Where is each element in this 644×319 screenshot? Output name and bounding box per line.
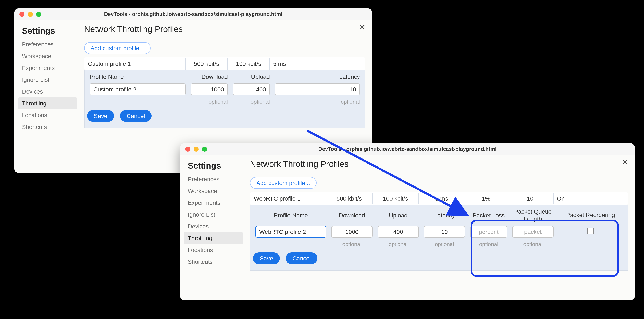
sidebar-item-experiments[interactable]: Experiments xyxy=(184,197,243,209)
download-input[interactable] xyxy=(191,83,228,95)
optional-label: optional xyxy=(375,239,421,249)
save-button[interactable]: Save xyxy=(87,110,114,122)
latency-input[interactable] xyxy=(275,83,360,95)
download-input[interactable] xyxy=(331,226,372,237)
col-header-download: Download xyxy=(329,205,375,224)
window-zoom-icon[interactable] xyxy=(202,146,207,151)
col-header-latency: Latency xyxy=(421,205,468,224)
profile-packetloss-cell: 1% xyxy=(465,192,507,205)
optional-label: optional xyxy=(421,239,468,249)
window-minimize-icon[interactable] xyxy=(28,12,33,17)
profile-row[interactable]: Custom profile 1 500 kbit/s 100 kbit/s 5… xyxy=(84,58,365,70)
window-minimize-icon[interactable] xyxy=(194,146,199,151)
col-header-download: Download xyxy=(188,70,230,82)
col-header-upload: Upload xyxy=(375,205,421,224)
add-custom-profile-button[interactable]: Add custom profile... xyxy=(84,42,150,54)
settings-sidebar: Settings Preferences Workspace Experimen… xyxy=(180,155,243,300)
packet-reorder-checkbox[interactable] xyxy=(587,228,594,234)
close-icon[interactable]: ✕ xyxy=(359,24,365,31)
profile-latency-cell: 5 ms xyxy=(418,192,465,205)
upload-input[interactable] xyxy=(378,226,419,237)
col-header-latency: Latency xyxy=(272,70,362,82)
sidebar-item-preferences[interactable]: Preferences xyxy=(18,38,78,50)
sidebar-item-workspace[interactable]: Workspace xyxy=(184,185,243,197)
window-close-icon[interactable] xyxy=(19,12,24,17)
save-button[interactable]: Save xyxy=(253,252,280,264)
sidebar-item-locations[interactable]: Locations xyxy=(18,109,78,121)
sidebar-heading: Settings xyxy=(184,159,243,173)
profile-upload-cell: 100 kbit/s xyxy=(372,192,418,205)
close-icon[interactable]: ✕ xyxy=(622,158,628,166)
sidebar-item-experiments[interactable]: Experiments xyxy=(18,62,78,74)
optional-label: optional xyxy=(510,239,556,249)
sidebar-heading: Settings xyxy=(18,25,78,38)
profile-latency-cell: 5 ms xyxy=(270,58,365,70)
profile-upload-cell: 100 kbit/s xyxy=(228,58,270,70)
profile-name-input[interactable] xyxy=(256,226,326,237)
window-title: DevTools - orphis.github.io/webrtc-sandb… xyxy=(180,146,635,152)
packet-queue-input[interactable] xyxy=(512,226,554,237)
sidebar-item-throttling[interactable]: Throttling xyxy=(18,97,78,109)
profile-download-cell: 500 kbit/s xyxy=(326,192,372,205)
add-custom-profile-button[interactable]: Add custom profile... xyxy=(250,177,316,189)
window-title: DevTools - orphis.github.io/webrtc-sandb… xyxy=(14,11,372,17)
cancel-button[interactable]: Cancel xyxy=(286,252,318,264)
profile-queue-cell: 10 xyxy=(507,192,553,205)
sidebar-item-throttling[interactable]: Throttling xyxy=(184,232,243,244)
upload-input[interactable] xyxy=(233,83,270,95)
col-header-profile-name: Profile Name xyxy=(253,205,329,224)
window-close-icon[interactable] xyxy=(185,146,190,151)
sidebar-item-ignore-list[interactable]: Ignore List xyxy=(18,74,78,86)
cancel-button[interactable]: Cancel xyxy=(120,110,152,122)
optional-label: optional xyxy=(329,239,375,249)
sidebar-item-devices[interactable]: Devices xyxy=(184,220,243,232)
optional-label: optional xyxy=(188,97,230,107)
sidebar-item-shortcuts[interactable]: Shortcuts xyxy=(184,256,243,268)
sidebar-item-shortcuts[interactable]: Shortcuts xyxy=(18,121,78,133)
page-title: Network Throttling Profiles xyxy=(84,25,350,37)
col-header-packet-loss: Packet Loss xyxy=(468,205,510,224)
sidebar-item-ignore-list[interactable]: Ignore List xyxy=(184,209,243,220)
page-title: Network Throttling Profiles xyxy=(250,159,613,172)
sidebar-item-locations[interactable]: Locations xyxy=(184,244,243,256)
sidebar-item-workspace[interactable]: Workspace xyxy=(18,50,78,62)
optional-label: optional xyxy=(468,239,510,249)
profile-name-input[interactable] xyxy=(90,83,186,95)
profile-download-cell: 500 kbit/s xyxy=(186,58,228,70)
col-header-upload: Upload xyxy=(230,70,272,82)
optional-label: optional xyxy=(230,97,272,107)
profile-name-cell: WebRTC profile 1 xyxy=(250,192,326,205)
settings-sidebar: Settings Preferences Workspace Experimen… xyxy=(14,20,78,173)
col-header-profile-name: Profile Name xyxy=(87,70,188,82)
packet-loss-input[interactable] xyxy=(470,226,507,237)
latency-input[interactable] xyxy=(424,226,465,237)
col-header-packet-reorder: Packet Reordering xyxy=(556,205,625,224)
sidebar-item-devices[interactable]: Devices xyxy=(18,86,78,97)
profile-row[interactable]: WebRTC profile 1 500 kbit/s 100 kbit/s 5… xyxy=(250,192,628,205)
sidebar-item-preferences[interactable]: Preferences xyxy=(184,173,243,185)
optional-label: optional xyxy=(272,97,362,107)
profile-name-cell: Custom profile 1 xyxy=(84,58,186,70)
col-header-packet-queue: Packet Queue Length xyxy=(510,205,556,224)
window-zoom-icon[interactable] xyxy=(36,12,41,17)
profile-reorder-cell: On xyxy=(553,192,628,205)
